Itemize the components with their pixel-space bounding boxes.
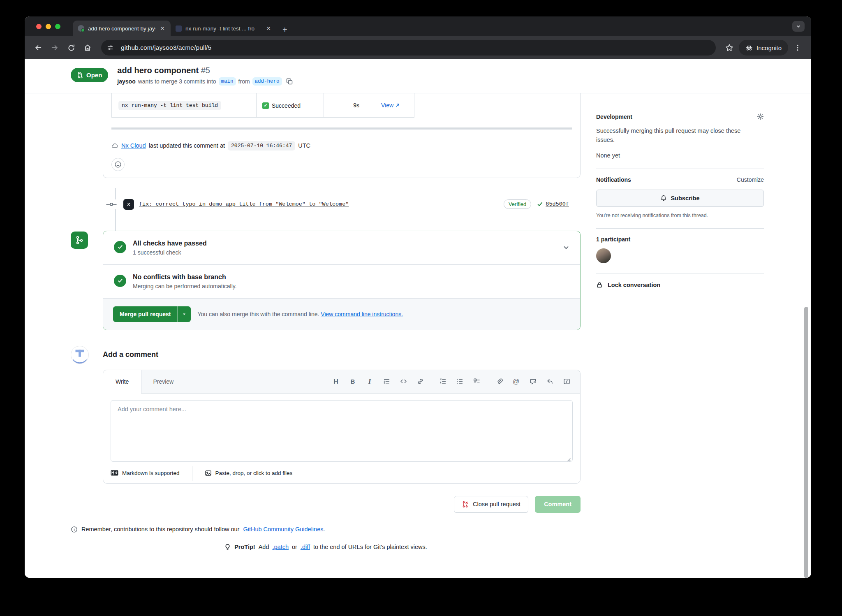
star-icon <box>725 44 733 52</box>
maximize-window-button[interactable] <box>55 24 60 29</box>
quote-button[interactable] <box>383 378 390 385</box>
merge-pull-request-button[interactable]: Merge pull request <box>113 306 177 322</box>
merge-button-group: Merge pull request <box>113 306 191 322</box>
commit-sha-link[interactable]: 85d500f <box>546 201 569 207</box>
add-reaction-button[interactable] <box>111 158 125 171</box>
github-favicon-icon <box>78 25 84 32</box>
subscribe-button[interactable]: Subscribe <box>596 190 764 207</box>
success-circle-icon <box>114 275 126 287</box>
code-button[interactable] <box>400 378 407 385</box>
bookmark-button[interactable] <box>722 41 736 55</box>
ci-status-table: nx run-many -t lint test build ✓ Succeed… <box>111 93 414 118</box>
nx-cloud-link[interactable]: Nx Cloud <box>121 142 146 149</box>
ci-status: ✓ Succeeded <box>262 102 301 109</box>
url-text[interactable]: github.com/jaysoo3/acme/pull/5 <box>121 44 211 51</box>
markdown-icon <box>111 470 118 476</box>
mention-button[interactable]: @ <box>512 378 520 385</box>
markdown-note[interactable]: Markdown is supported <box>111 470 180 476</box>
participants-title: 1 participant <box>596 236 764 243</box>
ci-view-link[interactable]: View <box>381 102 400 109</box>
pr-number: #5 <box>201 66 210 75</box>
git-commit-icon <box>106 199 117 209</box>
expand-checks-button[interactable] <box>563 244 569 251</box>
development-section: Development Successfully merging this pu… <box>596 106 764 169</box>
forward-button[interactable] <box>48 41 62 55</box>
site-settings-icon[interactable] <box>104 42 116 53</box>
browser-menu-button[interactable] <box>791 41 805 55</box>
customize-link[interactable]: Customize <box>737 176 764 183</box>
link-button[interactable] <box>416 378 424 385</box>
notifications-section: Notifications Customize Subscribe You're… <box>596 169 764 229</box>
scrollbar-thumb[interactable] <box>804 307 808 578</box>
guidelines-note: Remember, contributions to this reposito… <box>71 526 581 533</box>
bullet-list-button[interactable] <box>456 378 463 385</box>
bell-icon <box>660 195 667 201</box>
quote-icon <box>383 378 390 385</box>
reload-icon <box>67 44 75 52</box>
ci-duration: 9s <box>324 93 367 117</box>
tab-close-icon[interactable]: ✕ <box>265 25 272 32</box>
merge-options-button[interactable] <box>177 306 191 322</box>
tab-preview[interactable]: Preview <box>141 370 185 393</box>
development-title: Development <box>596 113 632 120</box>
cross-reference-icon <box>530 378 537 385</box>
table-row: nx run-many -t lint test build ✓ Succeed… <box>112 93 414 117</box>
minimize-window-button[interactable] <box>46 24 51 29</box>
slash-commands-button[interactable] <box>563 378 570 385</box>
reload-button[interactable] <box>64 41 78 55</box>
heading-button[interactable]: H <box>332 378 340 385</box>
current-user-avatar[interactable] <box>71 346 89 364</box>
new-tab-button[interactable]: + <box>277 25 293 36</box>
screen: add hero component by jayso ✕ nx run-man… <box>0 0 842 616</box>
base-branch-label[interactable]: main <box>219 77 236 86</box>
head-branch-label[interactable]: add-hero <box>252 77 282 86</box>
patch-link[interactable]: .patch <box>272 544 289 550</box>
pr-closed-icon <box>462 501 469 508</box>
pr-subtitle: jaysoo wants to merge 3 commits into mai… <box>117 77 292 86</box>
comment-actions: Close pull request Comment <box>71 496 581 513</box>
tab-search-button[interactable] <box>792 21 805 32</box>
development-settings-button[interactable] <box>757 113 764 120</box>
reply-button[interactable] <box>546 378 553 385</box>
copy-branch-button[interactable] <box>286 78 293 85</box>
italic-button[interactable]: I <box>366 378 373 385</box>
commit-author-avatar[interactable] <box>123 199 134 210</box>
paste-files-note[interactable]: Paste, drop, or click to add files <box>205 470 293 477</box>
tab-close-icon[interactable]: ✕ <box>159 25 166 32</box>
numbered-list-button[interactable] <box>439 378 446 385</box>
participant-avatar[interactable] <box>596 248 611 263</box>
caret-down-icon <box>182 312 186 316</box>
comment-divider <box>111 127 572 130</box>
tab-ci-run[interactable]: nx run-many -t lint test ... fro ✕ <box>171 21 277 36</box>
lock-icon <box>596 282 603 288</box>
cli-instructions-link[interactable]: View command line instructions. <box>321 311 403 317</box>
link-icon <box>417 378 424 385</box>
resize-grip[interactable] <box>566 457 571 462</box>
attach-file-button[interactable] <box>495 378 503 385</box>
home-button[interactable] <box>81 41 95 55</box>
diff-link[interactable]: .diff <box>301 544 310 550</box>
task-list-button[interactable] <box>473 378 480 385</box>
back-button[interactable] <box>31 41 45 55</box>
cross-reference-button[interactable] <box>529 378 537 385</box>
verified-badge[interactable]: Verified <box>504 199 531 209</box>
close-pull-request-button[interactable]: Close pull request <box>454 496 528 513</box>
comment-submit-button[interactable]: Comment <box>535 496 581 513</box>
community-guidelines-link[interactable]: GitHub Community Guidelines <box>243 526 323 533</box>
close-window-button[interactable] <box>36 24 42 29</box>
paperclip-icon <box>496 378 503 385</box>
tab-write[interactable]: Write <box>103 370 141 394</box>
commit-message-link[interactable]: fix: correct typo in demo app title from… <box>139 201 504 207</box>
lock-conversation-button[interactable]: Lock conversation <box>596 273 764 288</box>
bold-button[interactable]: B <box>349 378 356 385</box>
comment-textarea[interactable] <box>111 400 573 462</box>
checks-title: All checks have passed <box>133 240 207 247</box>
tab-pull-request[interactable]: add hero component by jayso ✕ <box>73 21 171 36</box>
pr-author[interactable]: jaysoo <box>117 78 135 85</box>
sidebar: Development Successfully merging this pu… <box>596 93 764 551</box>
merge-status-box: All checks have passed 1 successful chec… <box>103 231 581 330</box>
main-column: nx run-many -t lint test build ✓ Succeed… <box>71 93 581 551</box>
pr-title: add hero component #5 <box>117 66 292 75</box>
pr-state-badge: Open <box>71 68 108 82</box>
address-bar[interactable]: github.com/jaysoo3/acme/pull/5 <box>101 40 716 56</box>
